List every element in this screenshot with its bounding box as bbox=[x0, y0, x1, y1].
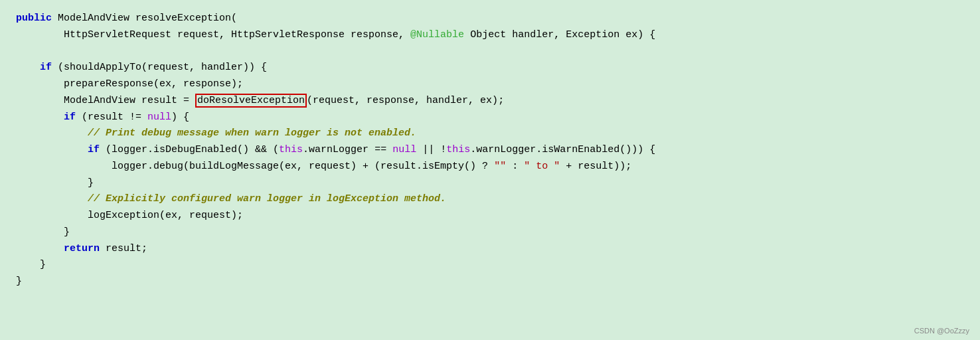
code-line-6: ModelAndView result = doResolveException… bbox=[16, 93, 964, 110]
code-line-2: HttpServletRequest request, HttpServletR… bbox=[16, 27, 964, 44]
code-line-8: // Print debug message when warn logger … bbox=[16, 126, 964, 142]
keyword-this-2: this bbox=[446, 144, 470, 155]
code-container: public ModelAndView resolveException( Ht… bbox=[0, 0, 980, 340]
string-to: " to " bbox=[524, 161, 560, 172]
keyword-if-3: if bbox=[88, 144, 100, 155]
method-resolve-exception: resolveException( bbox=[135, 13, 237, 24]
code-line-13: logException(ex, request); bbox=[16, 208, 964, 224]
keyword-return: return bbox=[64, 243, 100, 254]
code-line-9: if (logger.isDebugEnabled() && (this.war… bbox=[16, 142, 964, 159]
highlighted-do-resolve-exception: doResolveException bbox=[195, 94, 307, 108]
comment-print-debug: // Print debug message when warn logger … bbox=[88, 128, 416, 139]
code-line-12: // Explicitly configured warn logger in … bbox=[16, 191, 964, 208]
keyword-null-1: null bbox=[147, 112, 171, 123]
code-line-7: if (result != null) { bbox=[16, 110, 964, 126]
code-line-5: prepareResponse(ex, response); bbox=[16, 76, 964, 93]
string-empty: "" bbox=[494, 161, 506, 172]
keyword-this-1: this bbox=[279, 144, 303, 155]
code-line-16: } bbox=[16, 257, 964, 274]
code-line-10: logger.debug(buildLogMessage(ex, request… bbox=[16, 159, 964, 175]
keyword-if-1: if bbox=[40, 62, 52, 73]
annotation-nullable: @Nullable bbox=[410, 29, 464, 41]
code-line-15: return result; bbox=[16, 241, 964, 258]
keyword-null-2: null bbox=[392, 144, 416, 155]
code-line-18 bbox=[16, 290, 964, 307]
watermark: CSDN @OoZzzy bbox=[914, 327, 969, 335]
code-line-3 bbox=[16, 44, 964, 60]
comment-explicitly-configured: // Explicitly configured warn logger in … bbox=[88, 193, 446, 205]
keyword-if-2: if bbox=[64, 112, 76, 123]
code-line-1: public ModelAndView resolveException( bbox=[16, 11, 964, 27]
code-line-11: } bbox=[16, 175, 964, 192]
keyword-public: public bbox=[16, 13, 52, 24]
code-line-14: } bbox=[16, 224, 964, 241]
code-line-4: if (shouldApplyTo(request, handler)) { bbox=[16, 60, 964, 76]
code-line-17: } bbox=[16, 274, 964, 290]
